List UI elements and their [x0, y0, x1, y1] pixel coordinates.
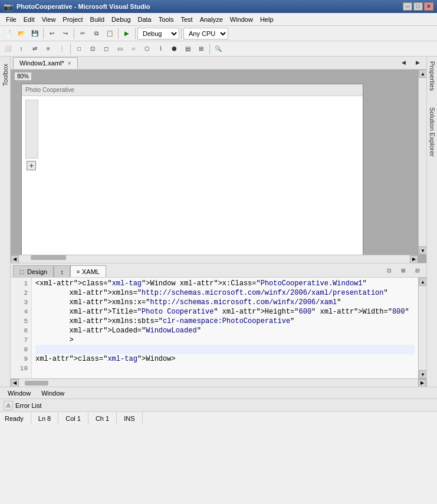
line-number-8: 8 — [11, 345, 31, 354]
toolbar2-btn2[interactable]: ↕ — [15, 42, 28, 55]
toolbar2-btn1[interactable]: ⬜ — [1, 42, 14, 55]
xaml-h-scroll-left[interactable]: ◀ — [11, 379, 19, 387]
open-button[interactable]: 📂 — [15, 27, 28, 40]
toolbar2-btn5[interactable]: ⋮ — [55, 42, 68, 55]
toolbar2-btn14[interactable]: ▤ — [181, 42, 194, 55]
maximize-button[interactable]: □ — [413, 2, 423, 11]
status-ln: Ln 8 — [31, 412, 58, 424]
design-canvas-container: 80% Photo Cooperative ✛ ◀ ▶ — [11, 70, 426, 263]
canvas-h-scroll-thumb[interactable] — [31, 255, 66, 260]
line-numbers: 12345678910 — [11, 278, 32, 378]
toolbar2-btn15[interactable]: ⊞ — [195, 42, 208, 55]
menu-item-analyze[interactable]: Analyze — [196, 15, 226, 24]
document-tab-window1xaml[interactable]: Window1.xaml* × — [13, 57, 78, 69]
close-button[interactable]: ✕ — [424, 2, 433, 11]
toolbar2-btn16[interactable]: 🔍 — [212, 42, 225, 55]
start-button[interactable]: ▶ — [120, 27, 133, 40]
doc-nav-right[interactable]: ▶ — [411, 57, 424, 69]
line-number-6: 6 — [11, 326, 31, 335]
canvas-v-scroll-down[interactable]: ▼ — [419, 246, 426, 255]
code-line-5: xml-attr">xmlns:sbts="clr-namespace:Phot… — [35, 317, 415, 326]
canvas-h-scroll-right[interactable]: ▶ — [410, 255, 418, 263]
tab-design-icon: ⬚ — [19, 269, 25, 275]
xaml-view-btn3[interactable]: ⊟ — [411, 264, 424, 277]
canvas-h-scrollbar[interactable]: ◀ ▶ — [11, 255, 418, 263]
xaml-v-scrollbar[interactable]: ▲ ▼ — [418, 278, 426, 378]
xaml-h-scroll-right[interactable]: ▶ — [418, 379, 426, 387]
tab-xaml-icon: ≡ — [77, 269, 80, 275]
menu-item-test[interactable]: Test — [177, 15, 196, 24]
menu-item-tools[interactable]: Tools — [155, 15, 178, 24]
solution-explorer-tab[interactable]: Solution Explorer — [428, 105, 437, 159]
title-bar: 📷 PhotoCooperative - Microsoft Visual St… — [0, 0, 437, 13]
toolbar2-btn3[interactable]: ⇌ — [28, 42, 41, 55]
main-layout: Toolbox Window1.xaml* × ◀ ▶ 80% Photo Co… — [0, 57, 437, 387]
doc-nav-left[interactable]: ◀ — [397, 57, 410, 69]
window-preview-title-text: Photo Cooperative — [25, 87, 74, 93]
sep5 — [181, 28, 182, 39]
menu-item-help[interactable]: Help — [257, 15, 277, 24]
menu-item-build[interactable]: Build — [87, 15, 108, 24]
canvas-h-scroll-left[interactable]: ◀ — [11, 255, 19, 263]
toolbar2-btn4[interactable]: ≡ — [42, 42, 55, 55]
toolbox-label[interactable]: Toolbox — [2, 64, 9, 86]
toolbar2-btn9[interactable]: ▭ — [113, 42, 126, 55]
debug-mode-dropdown[interactable]: Debug Release — [137, 28, 179, 39]
menu-bar: FileEditViewProjectBuildDebugDataToolsTe… — [0, 13, 437, 26]
doc-tab-close-icon[interactable]: × — [68, 60, 71, 67]
tab-xaml[interactable]: ≡ XAML — [70, 265, 106, 277]
tab-split[interactable]: ↕ — [54, 265, 70, 277]
properties-tab[interactable]: Properties — [428, 59, 437, 93]
xaml-h-scrollbar[interactable]: ◀ ▶ — [11, 378, 426, 387]
cut-button[interactable]: ✂ — [76, 27, 89, 40]
platform-dropdown[interactable]: Any CPU x86 x64 — [183, 28, 228, 39]
xaml-view-btn2[interactable]: ⊞ — [397, 264, 410, 277]
bottom-tab-0[interactable]: Window — [2, 388, 36, 398]
error-list-label[interactable]: Error List — [15, 402, 42, 409]
canvas-v-scrollbar[interactable]: ▲ ▼ — [418, 70, 426, 255]
bottom-tab-1[interactable]: Window — [36, 388, 70, 398]
line-number-3: 3 — [11, 298, 31, 307]
code-content[interactable]: <xml-attr">class="xml-tag">Window xml-at… — [32, 278, 418, 378]
toolbar2-btn12[interactable]: ⌇ — [154, 42, 167, 55]
menu-item-view[interactable]: View — [38, 15, 60, 24]
status-ins: INS — [117, 412, 142, 424]
tab-design[interactable]: ⬚ Design — [13, 265, 54, 277]
canvas-v-scroll-up[interactable]: ▲ — [419, 70, 426, 78]
code-line-2: xml-attr">xmlns="http://schemas.microsof… — [35, 288, 415, 298]
undo-button[interactable]: ↩ — [45, 27, 58, 40]
code-line-8 — [35, 345, 415, 354]
menu-item-data[interactable]: Data — [134, 15, 155, 24]
menu-item-project[interactable]: Project — [59, 15, 86, 24]
paste-button[interactable]: 📋 — [103, 27, 116, 40]
menu-item-file[interactable]: File — [2, 15, 20, 24]
save-button[interactable]: 💾 — [28, 27, 41, 40]
xaml-v-scroll-down[interactable]: ▼ — [419, 370, 426, 378]
toolbar2-btn13[interactable]: ⬢ — [167, 42, 180, 55]
xaml-tab-right-controls: ⊡ ⊞ ⊟ — [383, 264, 424, 277]
title-bar-controls: ─ □ ✕ — [403, 2, 433, 11]
xaml-v-scroll-up[interactable]: ▲ — [419, 278, 426, 286]
xaml-view-btn1[interactable]: ⊡ — [383, 264, 396, 277]
sep7 — [209, 44, 210, 54]
menu-item-edit[interactable]: Edit — [20, 15, 38, 24]
redo-button[interactable]: ↪ — [59, 27, 72, 40]
design-canvas[interactable]: Photo Cooperative ✛ — [21, 84, 363, 263]
toolbar2: ⬜ ↕ ⇌ ≡ ⋮ □ ⊡ ◻ ▭ ○ ⬡ ⌇ ⬢ ▤ ⊞ 🔍 — [0, 41, 437, 57]
menu-item-debug[interactable]: Debug — [108, 15, 134, 24]
menu-item-window[interactable]: Window — [226, 15, 257, 24]
toolbar2-btn11[interactable]: ⬡ — [140, 42, 153, 55]
toolbar2-btn7[interactable]: ⊡ — [86, 42, 99, 55]
toolbar2-btn6[interactable]: □ — [73, 42, 86, 55]
code-line-6: xml-attr">Loaded="WindowLoaded" — [35, 326, 415, 335]
tab-xaml-label: XAML — [82, 268, 100, 275]
xaml-code-area: 12345678910 <xml-attr">class="xml-tag">W… — [11, 278, 426, 378]
editor-area: Window1.xaml* × ◀ ▶ 80% Photo Cooperativ… — [11, 57, 426, 387]
minimize-button[interactable]: ─ — [403, 2, 412, 11]
code-line-3: xml-attr">xmlns:x="http://schemas.micros… — [35, 298, 415, 307]
toolbar2-btn8[interactable]: ◻ — [100, 42, 113, 55]
toolbar2-btn10[interactable]: ○ — [127, 42, 140, 55]
xaml-h-scroll-thumb[interactable] — [25, 381, 48, 386]
new-button[interactable]: 📄 — [1, 27, 14, 40]
copy-button[interactable]: ⧉ — [90, 27, 103, 40]
